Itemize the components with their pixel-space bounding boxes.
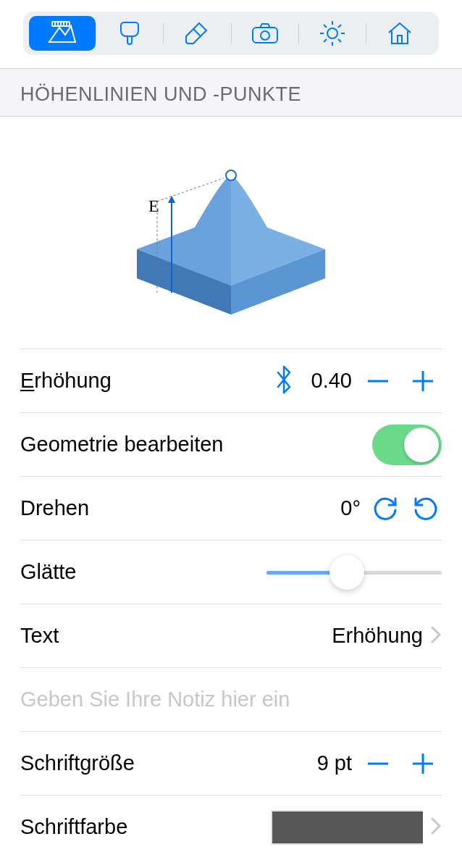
geometry-label: Geometrie bearbeiten — [20, 433, 224, 456]
tool-terrain[interactable] — [29, 16, 96, 51]
plus-icon — [408, 749, 437, 778]
svg-rect-4 — [398, 36, 402, 43]
mode-toolbar — [23, 12, 439, 55]
tool-brush[interactable] — [96, 16, 163, 51]
terrain-illustration: E — [0, 117, 462, 349]
elevation-value: 0.40 — [311, 369, 352, 393]
row-fontcolor[interactable]: Schriftfarbe — [20, 795, 442, 859]
plus-icon — [408, 367, 437, 396]
settings-rows: Erhöhung 0.40 Geometrie bearbeiten Drehe… — [0, 349, 462, 859]
row-text[interactable]: Text Erhöhung — [20, 604, 442, 667]
row-smoothness: Glätte — [20, 540, 442, 604]
row-geometry: Geometrie bearbeiten — [20, 412, 442, 476]
brush-icon — [117, 20, 142, 47]
note-input[interactable] — [20, 688, 442, 711]
tool-camera[interactable] — [232, 16, 298, 51]
elevation-decrease[interactable] — [359, 362, 397, 400]
svg-point-2 — [261, 31, 269, 40]
chevron-right-icon — [430, 625, 442, 647]
section-header: HÖHENLINIEN UND -PUNKTE — [0, 69, 462, 117]
row-rotate: Drehen 0° — [20, 476, 442, 540]
smoothness-slider[interactable] — [266, 552, 442, 593]
illustration-e-label: E — [148, 196, 159, 215]
rotate-ccw-icon — [412, 495, 440, 522]
fontsize-decrease[interactable] — [359, 745, 397, 783]
svg-point-5 — [226, 170, 236, 180]
svg-point-3 — [327, 28, 337, 38]
elevation-label: Erhöhung — [20, 369, 112, 393]
fontcolor-label: Schriftfarbe — [20, 815, 127, 839]
minus-icon — [364, 749, 392, 778]
rotate-cw-icon — [371, 495, 399, 522]
tool-sun[interactable] — [299, 16, 366, 51]
sun-icon — [319, 20, 346, 47]
fontsize-increase[interactable] — [404, 745, 442, 783]
rotate-value: 0° — [340, 496, 361, 520]
fontsize-value: 9 pt — [317, 751, 352, 775]
smooth-label: Glätte — [20, 560, 76, 584]
row-fontsize: Schriftgröße 9 pt — [20, 731, 442, 795]
terrain-icon — [46, 20, 78, 46]
fontsize-label: Schriftgröße — [20, 751, 135, 775]
chevron-right-icon — [430, 817, 442, 838]
row-note — [20, 667, 442, 731]
toolbar-wrap — [0, 0, 462, 69]
elevation-increase[interactable] — [404, 362, 442, 400]
fontcolor-swatch[interactable] — [271, 810, 423, 845]
text-value: Erhöhung — [332, 624, 423, 648]
geometry-toggle[interactable] — [372, 425, 442, 465]
rotate-cw-button[interactable] — [369, 493, 401, 525]
tool-house[interactable] — [366, 16, 433, 51]
rotate-ccw-button[interactable] — [410, 493, 442, 525]
house-icon — [386, 21, 413, 46]
camera-icon — [251, 22, 280, 45]
minus-icon — [364, 367, 392, 396]
text-label: Text — [20, 624, 59, 648]
eraser-icon — [183, 20, 211, 46]
terrain-svg: E — [115, 148, 347, 322]
row-elevation: Erhöhung 0.40 — [20, 349, 442, 412]
bluetooth-icon[interactable] — [275, 365, 294, 397]
tool-eraser[interactable] — [164, 16, 230, 51]
rotate-label: Drehen — [20, 496, 89, 520]
